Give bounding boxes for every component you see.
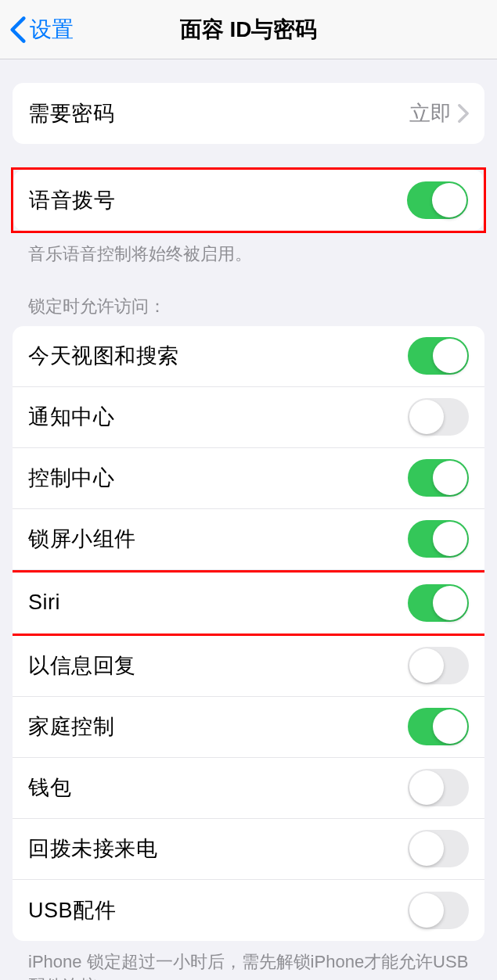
voice-dial-footer: 音乐语音控制将始终被启用。: [13, 233, 484, 267]
allow-access-row: 钱包: [13, 758, 484, 819]
require-passcode-value: 立即: [409, 99, 452, 127]
allow-access-row: 回拨未接来电: [13, 819, 484, 880]
back-button[interactable]: 设置: [0, 15, 74, 45]
allow-access-header: 锁定时允许访问：: [13, 267, 484, 326]
allow-access-toggle[interactable]: [408, 520, 469, 558]
allow-access-item-label: 回拨未接来电: [28, 835, 157, 863]
allow-access-row: 锁屏小组件: [13, 509, 484, 570]
allow-access-row: USB配件: [13, 880, 484, 941]
allow-access-toggle[interactable]: [408, 830, 469, 867]
toggle-knob: [433, 586, 467, 620]
voice-dial-row: 语音拨号: [13, 170, 484, 231]
allow-access-toggle[interactable]: [408, 647, 469, 684]
toggle-knob: [433, 709, 467, 744]
allow-access-toggle[interactable]: [408, 584, 469, 622]
toggle-knob: [433, 339, 467, 373]
chevron-right-icon: [458, 104, 469, 123]
row-right: 立即: [409, 99, 469, 127]
allow-access-item-label: 锁屏小组件: [28, 525, 136, 553]
allow-access-item-label: 以信息回复: [28, 652, 136, 680]
toggle-knob: [433, 522, 467, 556]
allow-access-toggle[interactable]: [408, 769, 469, 806]
content-area: 需要密码 立即 语音拨号 音乐语音控制将始终被启用。 锁定时允许访问： 今天视图…: [0, 83, 497, 980]
page-title: 面容 ID与密码: [180, 15, 318, 45]
toggle-knob: [433, 461, 467, 495]
allow-access-toggle[interactable]: [408, 892, 469, 929]
voice-dial-section: 语音拨号: [13, 170, 484, 231]
voice-dial-label: 语音拨号: [29, 186, 115, 214]
allow-access-toggle[interactable]: [408, 337, 469, 375]
allow-access-item-label: 家庭控制: [28, 713, 114, 741]
voice-dial-toggle[interactable]: [407, 181, 468, 219]
allow-access-row: 今天视图和搜索: [13, 326, 484, 387]
toggle-knob: [409, 893, 444, 928]
allow-access-item-label: USB配件: [28, 896, 116, 924]
allow-access-item-label: 钱包: [28, 774, 71, 802]
allow-access-section: 今天视图和搜索通知中心控制中心锁屏小组件Siri以信息回复家庭控制钱包回拨未接来…: [13, 326, 484, 941]
allow-access-footer: iPhone 锁定超过一小时后，需先解锁iPhone才能允许USB 配件连接。: [13, 941, 484, 980]
toggle-knob: [409, 400, 444, 434]
allow-access-row: 控制中心: [13, 448, 484, 509]
require-passcode-row[interactable]: 需要密码 立即: [13, 83, 484, 144]
allow-access-item-label: Siri: [28, 591, 60, 615]
allow-access-item-label: 控制中心: [28, 464, 114, 492]
require-passcode-section: 需要密码 立即: [13, 83, 484, 144]
chevron-left-icon: [9, 15, 27, 45]
allow-access-item-label: 今天视图和搜索: [28, 342, 179, 370]
toggle-knob: [409, 648, 444, 683]
allow-access-item-label: 通知中心: [28, 403, 114, 431]
toggle-knob: [409, 770, 444, 805]
back-label: 设置: [30, 15, 74, 45]
navigation-bar: 设置 面容 ID与密码: [0, 0, 497, 59]
highlight-annotation-siri: Siri: [13, 570, 484, 636]
toggle-knob: [432, 183, 466, 217]
allow-access-toggle[interactable]: [408, 708, 469, 745]
allow-access-row: Siri: [13, 573, 484, 634]
allow-access-row: 通知中心: [13, 387, 484, 448]
allow-access-row: 家庭控制: [13, 697, 484, 758]
highlight-annotation-voice-dial: 语音拨号: [11, 167, 486, 233]
require-passcode-label: 需要密码: [28, 99, 114, 127]
toggle-knob: [409, 831, 444, 866]
allow-access-row: 以信息回复: [13, 636, 484, 697]
allow-access-toggle[interactable]: [408, 398, 469, 436]
allow-access-toggle[interactable]: [408, 459, 469, 497]
